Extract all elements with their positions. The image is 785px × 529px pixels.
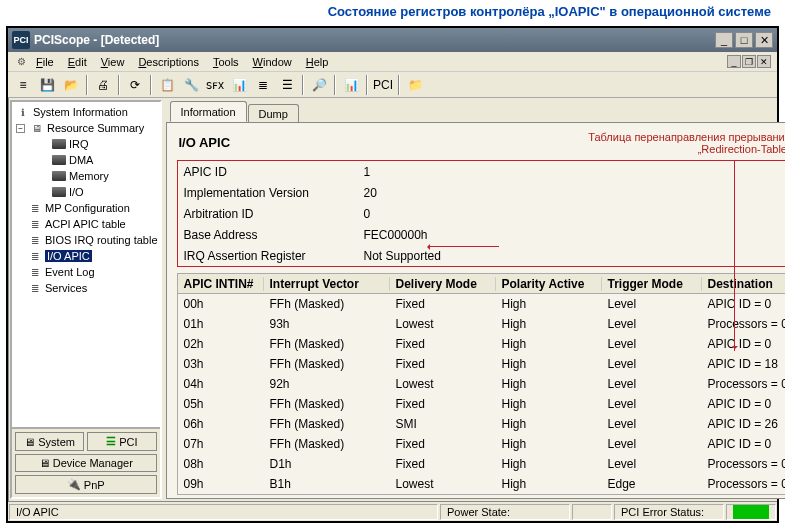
toolbar-button-2[interactable]: 📂	[60, 74, 82, 96]
close-button[interactable]: ✕	[755, 32, 773, 48]
table-cell: Lowest	[390, 477, 496, 491]
expand-icon[interactable]: −	[16, 124, 25, 133]
maximize-button[interactable]: □	[735, 32, 753, 48]
table-row[interactable]: 06hFFh (Masked)SMIHighLevelAPIC ID = 26	[178, 414, 786, 434]
table-row[interactable]: 02hFFh (Masked)FixedHighLevelAPIC ID = 0	[178, 334, 786, 354]
tree-node-memory[interactable]: Memory	[14, 168, 158, 184]
tree-node-acpi-apic-table[interactable]: ≣ACPI APIC table	[14, 216, 158, 232]
column-header[interactable]: Trigger Mode	[602, 277, 702, 291]
table-cell: 08h	[178, 457, 264, 471]
property-row: Arbitration ID0	[178, 203, 786, 224]
status-power-value	[572, 504, 612, 520]
toolbar-button-6[interactable]: ⟳	[124, 74, 146, 96]
menu-help[interactable]: Help	[300, 54, 335, 70]
sidebar-tab-pnp[interactable]: 🔌 PnP	[15, 475, 157, 494]
menu-window[interactable]: Window	[247, 54, 298, 70]
tree-item-icon: ≣	[28, 250, 42, 262]
menu-file[interactable]: File	[30, 54, 60, 70]
table-cell: High	[496, 397, 602, 411]
table-row[interactable]: 04h92hLowestHighLevelProcessors = 0	[178, 374, 786, 394]
table-cell: D1h	[264, 457, 390, 471]
table-cell: 02h	[178, 337, 264, 351]
toolbar-button-12[interactable]: ≣	[252, 74, 274, 96]
toolbar-button-21[interactable]: 📁	[404, 74, 426, 96]
column-header[interactable]: APIC INTIN#	[178, 277, 264, 291]
tab-dump[interactable]: Dump	[248, 104, 299, 123]
mdi-close-button[interactable]: ✕	[757, 55, 771, 68]
menu-tools[interactable]: Tools	[207, 54, 245, 70]
toolbar-button-13[interactable]: ☰	[276, 74, 298, 96]
table-cell: FFh (Masked)	[264, 357, 390, 371]
property-value: 1	[364, 165, 371, 179]
sidebar-tab-system[interactable]: 🖥 System	[15, 432, 84, 451]
menu-app-icon: ⚙	[14, 56, 28, 68]
column-header[interactable]: Interrupt Vector	[264, 277, 390, 291]
table-cell: Level	[602, 357, 702, 371]
tree-node-services[interactable]: ≣Services	[14, 280, 158, 296]
tree-node-i-o[interactable]: I/O	[14, 184, 158, 200]
toolbar-button-4[interactable]: 🖨	[92, 74, 114, 96]
tree-item-label: System Information	[33, 106, 128, 118]
toolbar-button-0[interactable]: ≡	[12, 74, 34, 96]
tree-item-label: DMA	[69, 154, 93, 166]
sidebar-tab-device-manager[interactable]: 🖥 Device Manager	[15, 454, 157, 472]
menu-descriptions[interactable]: Descriptions	[132, 54, 205, 70]
tree-item-icon: ℹ	[16, 106, 30, 118]
toolbar-button-9[interactable]: 🔧	[180, 74, 202, 96]
sidebar: ℹSystem Information−🖥Resource SummaryIRQ…	[10, 100, 162, 499]
table-cell: 09h	[178, 477, 264, 491]
sidebar-tab-pci[interactable]: ☰ PCI	[87, 432, 156, 451]
toolbar-button-19[interactable]: PCI	[372, 74, 394, 96]
column-header[interactable]: Delivery Mode	[390, 277, 496, 291]
table-cell: Level	[602, 317, 702, 331]
property-row: IRQ Assertion RegisterNot Supported	[178, 245, 786, 266]
toolbar-button-1[interactable]: 💾	[36, 74, 58, 96]
table-row[interactable]: 08hD1hFixedHighLevelProcessors = 0	[178, 454, 786, 474]
app-window: PCI PCIScope - [Detected] _ □ ✕ ⚙ File E…	[6, 26, 779, 523]
toolbar-button-17[interactable]: 📊	[340, 74, 362, 96]
mdi-minimize-button[interactable]: _	[727, 55, 741, 68]
table-row[interactable]: 01h93hLowestHighLevelProcessors = 0	[178, 314, 786, 334]
app-icon: PCI	[12, 31, 30, 49]
tree-item-icon: ≣	[28, 218, 42, 230]
table-cell: 06h	[178, 417, 264, 431]
status-pcierr-value	[726, 504, 776, 520]
redirection-table: APIC INTIN#Interrupt VectorDelivery Mode…	[177, 273, 786, 495]
tree-node-dma[interactable]: DMA	[14, 152, 158, 168]
table-header-row: APIC INTIN#Interrupt VectorDelivery Mode…	[178, 274, 786, 294]
tree-node-event-log[interactable]: ≣Event Log	[14, 264, 158, 280]
table-cell: 93h	[264, 317, 390, 331]
menu-edit[interactable]: Edit	[62, 54, 93, 70]
table-cell: Processors = 0	[702, 477, 786, 491]
tree-node-resource-summary[interactable]: −🖥Resource Summary	[14, 120, 158, 136]
table-row[interactable]: 03hFFh (Masked)FixedHighLevelAPIC ID = 1…	[178, 354, 786, 374]
table-cell: 07h	[178, 437, 264, 451]
table-row[interactable]: 00hFFh (Masked)FixedHighLevelAPIC ID = 0	[178, 294, 786, 314]
tree-node-mp-configuration[interactable]: ≣MP Configuration	[14, 200, 158, 216]
minimize-button[interactable]: _	[715, 32, 733, 48]
tree-node-i-o-apic[interactable]: ≣I/O APIC	[14, 248, 158, 264]
table-cell: Fixed	[390, 357, 496, 371]
tree-item-icon: ≣	[28, 282, 42, 294]
tree-node-irq[interactable]: IRQ	[14, 136, 158, 152]
toolbar-button-15[interactable]: 🔎	[308, 74, 330, 96]
tab-information[interactable]: Information	[170, 101, 247, 122]
table-cell: Lowest	[390, 317, 496, 331]
table-cell: 92h	[264, 377, 390, 391]
mdi-restore-button[interactable]: ❐	[742, 55, 756, 68]
menu-view[interactable]: View	[95, 54, 131, 70]
table-row[interactable]: 07hFFh (Masked)FixedHighLevelAPIC ID = 0	[178, 434, 786, 454]
tree-view[interactable]: ℹSystem Information−🖥Resource SummaryIRQ…	[12, 102, 160, 427]
table-row[interactable]: 05hFFh (Masked)FixedHighLevelAPIC ID = 0	[178, 394, 786, 414]
tree-node-bios-irq-routing-table[interactable]: ≣BIOS IRQ routing table	[14, 232, 158, 248]
toolbar-button-8[interactable]: 📋	[156, 74, 178, 96]
table-row[interactable]: 09hB1hLowestHighEdgeProcessors = 0	[178, 474, 786, 494]
tree-node-system-information[interactable]: ℹSystem Information	[14, 104, 158, 120]
content-area: Information Dump Таблица перенаправления…	[166, 100, 786, 499]
tree-item-label: BIOS IRQ routing table	[45, 234, 158, 246]
toolbar-button-11[interactable]: 📊	[228, 74, 250, 96]
toolbar-button-10[interactable]: ꜱꜰx	[204, 74, 226, 96]
column-header[interactable]: Polarity Active	[496, 277, 602, 291]
titlebar: PCI PCIScope - [Detected] _ □ ✕	[8, 28, 777, 52]
column-header[interactable]: Destination	[702, 277, 786, 291]
